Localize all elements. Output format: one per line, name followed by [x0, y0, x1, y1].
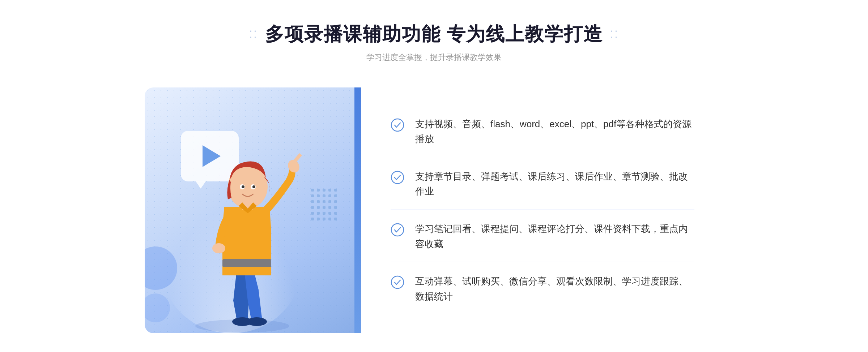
svg-rect-14 [334, 200, 337, 203]
page-wrapper: ⁚⁚ 多项录播课辅助功能 专为线上教学打造 ⁚⁚ 学习进度全掌握，提升录播课教学… [0, 0, 868, 333]
svg-point-45 [391, 276, 404, 288]
feature-text-1: 支持视频、音频、flash、word、excel、ppt、pdf等各种格式的资源… [415, 117, 694, 147]
svg-rect-17 [323, 206, 326, 209]
check-icon-4 [391, 275, 404, 289]
svg-point-40 [252, 185, 255, 188]
header-section: ⁚⁚ 多项录播课辅助功能 专为线上教学打造 ⁚⁚ 学习进度全掌握，提升录播课教学… [249, 22, 619, 63]
content-area: » [145, 87, 723, 333]
svg-rect-13 [328, 200, 331, 203]
person-illustration [166, 124, 318, 333]
check-icon-2 [391, 171, 404, 184]
svg-rect-22 [323, 212, 326, 215]
feature-item-3: 学习笔记回看、课程提问、课程评论打分、课件资料下载，重点内容收藏 [391, 211, 694, 262]
svg-rect-29 [334, 218, 337, 220]
svg-rect-19 [334, 206, 337, 209]
content-panel: 支持视频、音频、flash、word、excel、ppt、pdf等各种格式的资源… [354, 87, 723, 333]
svg-point-44 [391, 224, 404, 236]
feature-text-3: 学习笔记回看、课程提问、课程评论打分、课件资料下载，重点内容收藏 [415, 222, 694, 252]
title-dots-right: ⁚⁚ [610, 29, 619, 40]
svg-rect-9 [334, 194, 337, 197]
svg-rect-28 [328, 218, 331, 220]
svg-rect-8 [328, 194, 331, 197]
svg-rect-4 [334, 189, 337, 192]
feature-text-2: 支持章节目录、弹题考试、课后练习、课后作业、章节测验、批改作业 [415, 169, 694, 199]
title-row: ⁚⁚ 多项录播课辅助功能 专为线上教学打造 ⁚⁚ [249, 22, 619, 47]
svg-rect-23 [328, 212, 331, 215]
feature-text-4: 互动弹幕、试听购买、微信分享、观看次数限制、学习进度跟踪、数据统计 [415, 274, 694, 304]
illustration-panel: » [145, 87, 354, 333]
feature-item-2: 支持章节目录、弹题考试、课后练习、课后作业、章节测验、批改作业 [391, 159, 694, 210]
blue-sidebar-bar [354, 87, 361, 333]
feature-item-1: 支持视频、音频、flash、word、excel、ppt、pdf等各种格式的资源… [391, 107, 694, 157]
check-icon-1 [391, 118, 404, 132]
svg-rect-7 [323, 194, 326, 197]
svg-rect-41 [222, 259, 271, 267]
svg-rect-2 [323, 189, 326, 192]
svg-rect-3 [328, 189, 331, 192]
svg-rect-12 [323, 200, 326, 203]
title-dots-left: ⁚⁚ [249, 29, 258, 40]
check-icon-3 [391, 223, 404, 237]
content-panel-wrapper: 支持视频、音频、flash、word、excel、ppt、pdf等各种格式的资源… [354, 87, 723, 333]
page-subtitle: 学习进度全掌握，提升录播课教学效果 [366, 52, 502, 63]
svg-point-34 [212, 243, 225, 253]
svg-point-39 [242, 185, 244, 188]
svg-rect-18 [328, 206, 331, 209]
svg-rect-24 [334, 212, 337, 215]
svg-point-43 [391, 171, 404, 184]
svg-point-32 [247, 317, 267, 326]
svg-point-42 [391, 119, 404, 131]
svg-rect-27 [323, 218, 326, 220]
page-title: 多项录播课辅助功能 专为线上教学打造 [265, 22, 603, 47]
feature-item-4: 互动弹幕、试听购买、微信分享、观看次数限制、学习进度跟踪、数据统计 [391, 264, 694, 314]
